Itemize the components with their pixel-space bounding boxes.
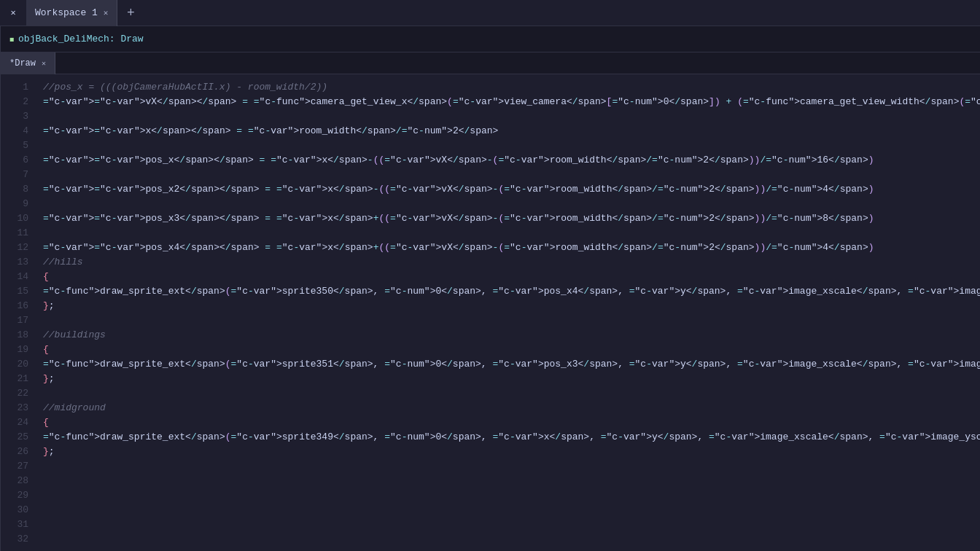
line-number: 6	[1, 153, 37, 168]
tab-label: Workspace 1	[35, 7, 98, 18]
line-number: 13	[1, 255, 37, 270]
new-tab-button[interactable]: +	[117, 0, 144, 26]
line-number: 17	[1, 313, 37, 328]
code-line: //hills	[43, 255, 980, 270]
line-number: 25	[1, 430, 37, 445]
line-number: 9	[1, 197, 37, 211]
code-line: ="c-var">="c-var">pos_x4</span></span> =…	[43, 241, 980, 255]
code-line	[43, 474, 980, 488]
title-dot-icon: ◼	[9, 35, 14, 44]
code-content[interactable]: //pos_x = (((objCameraHubActII.x) - room…	[37, 74, 980, 551]
line-number: 19	[1, 343, 37, 357]
code-line: //pos_x = (((objCameraHubActII.x) - room…	[43, 80, 980, 95]
code-line: ="c-func">draw_sprite_ext</span>(="c-var…	[43, 284, 980, 299]
line-number: 21	[1, 372, 37, 386]
window-close-button[interactable]: ✕	[0, 0, 26, 26]
code-line	[43, 503, 980, 517]
code-line: };	[43, 299, 980, 313]
code-line	[43, 459, 980, 474]
line-number: 16	[1, 299, 37, 313]
line-number: 15	[1, 284, 37, 299]
line-number: 10	[1, 211, 37, 226]
line-number: 26	[1, 445, 37, 459]
code-line: };	[43, 445, 980, 459]
file-tab-draw[interactable]: *Draw ✕	[1, 52, 55, 74]
workspace-tab[interactable]: Workspace 1 ✕	[26, 0, 117, 26]
code-line	[43, 386, 980, 401]
line-number: 30	[1, 503, 37, 517]
editor-title-text: objBack_DeliMech: Draw	[18, 34, 144, 44]
code-line	[43, 168, 980, 182]
code-editor[interactable]: 1234567891011121314151617181920212223242…	[1, 74, 980, 551]
code-line	[43, 532, 980, 547]
file-tabs: *Draw ✕	[1, 52, 980, 74]
line-number: 7	[1, 168, 37, 182]
code-line: ="c-var">="c-var">pos_x</span></span> = …	[43, 153, 980, 168]
main-layout: 🏴 ✕ ent ◼ objBack_DeliMech: Draw 🗗 ✕	[0, 26, 980, 551]
title-bar: ✕ Workspace 1 ✕ +	[0, 0, 980, 26]
code-line: {	[43, 343, 980, 357]
line-number: 3	[1, 109, 37, 124]
line-number: 32	[1, 532, 37, 547]
close-icon: ✕	[10, 7, 15, 18]
tab-close-button[interactable]: ✕	[104, 8, 109, 17]
line-number: 20	[1, 357, 37, 372]
file-tab-close-button[interactable]: ✕	[42, 59, 46, 68]
line-number: 8	[1, 182, 37, 197]
code-line: ="c-var">="c-var">x</span></span> = ="c-…	[43, 124, 980, 138]
line-number: 24	[1, 415, 37, 430]
code-line	[43, 488, 980, 503]
line-number: 2	[1, 95, 37, 109]
code-line: };	[43, 372, 980, 386]
line-number: 14	[1, 270, 37, 284]
line-number: 5	[1, 138, 37, 153]
line-number: 12	[1, 241, 37, 255]
editor-header: ◼ objBack_DeliMech: Draw 🗗 ✕	[1, 26, 980, 52]
line-number: 29	[1, 488, 37, 503]
code-line: ="c-func">draw_sprite_ext</span>(="c-var…	[43, 357, 980, 372]
code-line	[43, 138, 980, 153]
line-number: 4	[1, 124, 37, 138]
line-number: 22	[1, 386, 37, 401]
code-line: ="c-var">="c-var">pos_x2</span></span> =…	[43, 182, 980, 197]
code-line: {	[43, 415, 980, 430]
code-line: //buildings	[43, 328, 980, 343]
code-line: ="c-var">="c-var">vX</span></span> = ="c…	[43, 95, 980, 109]
code-line: ="c-func">draw_sprite_ext</span>(="c-var…	[43, 430, 980, 445]
code-line	[43, 197, 980, 211]
editor-area: ◼ objBack_DeliMech: Draw 🗗 ✕ *Draw ✕ 123…	[1, 26, 980, 551]
line-number: 28	[1, 474, 37, 488]
code-line	[43, 109, 980, 124]
line-number: 1	[1, 80, 37, 95]
file-tab-label: *Draw	[9, 58, 36, 69]
code-line: ="c-var">="c-var">pos_x3</span></span> =…	[43, 211, 980, 226]
line-numbers: 1234567891011121314151617181920212223242…	[1, 74, 37, 551]
editor-title: ◼ objBack_DeliMech: Draw	[9, 34, 144, 44]
sidebar-header: 🏴 ✕	[0, 26, 1, 52]
line-number: 27	[1, 459, 37, 474]
code-line: {	[43, 270, 980, 284]
code-line	[43, 226, 980, 241]
code-line	[43, 517, 980, 532]
code-line: //midground	[43, 401, 980, 415]
line-number: 23	[1, 401, 37, 415]
line-number: 31	[1, 517, 37, 532]
code-line	[43, 313, 980, 328]
line-number: 18	[1, 328, 37, 343]
line-number: 11	[1, 226, 37, 241]
